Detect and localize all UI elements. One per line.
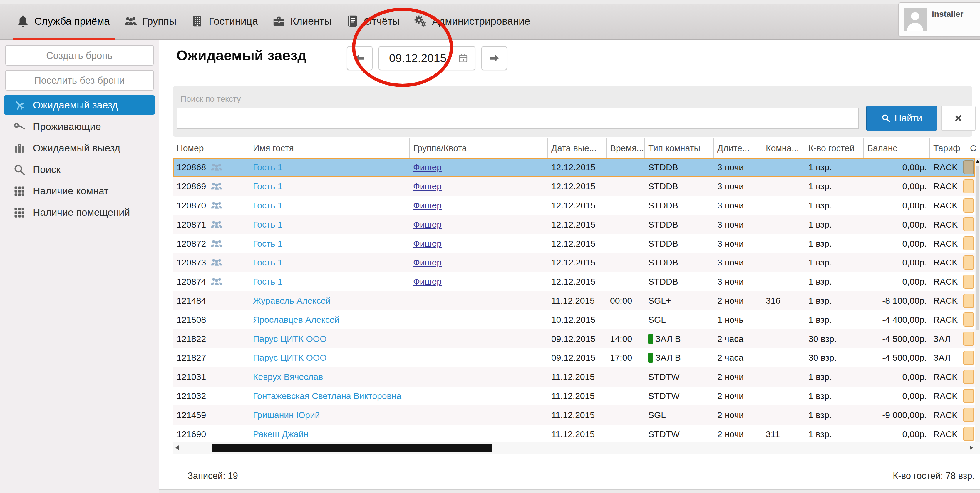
table-row[interactable]: 121827Парус ЦИТК ООО09.12.201517:00ЗАЛ В… — [173, 348, 975, 367]
guest-link[interactable]: Гость 1 — [253, 257, 282, 268]
sidebar-item-2[interactable]: Проживающие — [0, 116, 159, 137]
table-row[interactable]: 120868Гость 1Фишер12.12.2015STDDB3 ночи1… — [173, 158, 975, 177]
guest-link[interactable]: Ярославцев Алексей — [253, 315, 339, 325]
sidebar-item-4[interactable]: Поиск — [0, 159, 159, 180]
status-badge — [963, 313, 974, 327]
checkin-no-booking-button[interactable]: Поселить без брони — [5, 70, 154, 91]
guest-link[interactable]: Гонтажевская Светлана Викторовна — [253, 391, 401, 401]
prev-day-button[interactable] — [347, 46, 372, 70]
sidebar-item-1[interactable]: Ожидаемый заезд — [4, 95, 155, 115]
date-value: 09.12.2015 — [389, 52, 458, 65]
clear-search-button[interactable] — [941, 105, 975, 131]
sidebar-item-label: Ожидаемый выезд — [33, 142, 120, 154]
table-row[interactable]: 121459Гришанин Юрий11.12.2015SGL2 ночи1 … — [173, 405, 975, 424]
sidebar-item-6[interactable]: Наличие помещений — [0, 202, 159, 223]
guest-link[interactable]: Журавель Алексей — [253, 296, 331, 306]
guest-link[interactable]: Ракеш Джайн — [253, 429, 309, 439]
cell-number: 121508 — [173, 315, 250, 325]
table-row[interactable]: 121031Кеврух Вячеслав11.12.2015STDTW2 но… — [173, 367, 975, 386]
table-row[interactable]: 120872Гость 1Фишер12.12.2015STDDB3 ночи1… — [173, 234, 975, 253]
nav-item-6[interactable]: Администрирование — [414, 3, 530, 39]
column-header-num[interactable]: Номер — [173, 139, 250, 158]
table-row[interactable]: 121508Ярославцев Алексей10.12.2015SGL1 н… — [173, 310, 975, 329]
vertical-scroll-thumb[interactable] — [976, 166, 979, 330]
room-type-text: STDTW — [648, 372, 680, 382]
nav-item-2[interactable]: Группы — [124, 3, 177, 39]
cell-departure-date: 12.12.2015 — [548, 181, 606, 191]
date-field[interactable]: 09.12.2015 — [379, 46, 476, 70]
table-body: 120868Гость 1Фишер12.12.2015STDDB3 ночи1… — [173, 158, 975, 443]
guest-link[interactable]: Гость 1 — [253, 201, 282, 211]
booking-number: 121459 — [177, 410, 206, 420]
scroll-left-arrow-icon[interactable] — [175, 445, 179, 450]
scroll-right-arrow-icon[interactable] — [970, 445, 973, 450]
column-header-guest[interactable]: Имя гостя — [250, 139, 410, 158]
table-row[interactable]: 120874Гость 1Фишер12.12.2015STDDB3 ночи1… — [173, 272, 975, 291]
guest-link[interactable]: Парус ЦИТК ООО — [253, 353, 327, 363]
guest-link[interactable]: Гость 1 — [253, 277, 282, 287]
vertical-scrollbar[interactable] — [975, 158, 980, 443]
column-header-guests[interactable]: К-во гостей — [805, 139, 864, 158]
cell-rate: RACK — [930, 239, 966, 249]
table-row[interactable]: 120870Гость 1Фишер12.12.2015STDDB3 ночи1… — [173, 196, 975, 215]
user-name: installer — [932, 10, 963, 19]
quota-link[interactable]: Фишер — [413, 257, 442, 268]
nav-item-5[interactable]: Отчёты — [345, 3, 399, 39]
table-row[interactable]: 121690Ракеш Джайн11.12.2015STDTW2 ночи31… — [173, 424, 975, 443]
table-row[interactable]: 120873Гость 1Фишер12.12.2015STDDB3 ночи1… — [173, 253, 975, 272]
reports-icon — [345, 14, 359, 28]
next-day-button[interactable] — [481, 46, 507, 70]
guest-link[interactable]: Гришанин Юрий — [253, 410, 320, 420]
horizontal-scrollbar[interactable] — [173, 442, 980, 454]
group-people-icon — [210, 200, 223, 211]
horizontal-scroll-thumb[interactable] — [212, 444, 492, 452]
quota-link[interactable]: Фишер — [413, 220, 442, 230]
cell-room-type: STDDB — [645, 162, 714, 172]
guest-link[interactable]: Гость 1 — [253, 220, 282, 230]
user-card[interactable]: installer — [898, 2, 980, 37]
table-row[interactable]: 121484Журавель Алексей11.12.201500:00SGL… — [173, 291, 975, 310]
guest-link[interactable]: Гость 1 — [253, 239, 282, 249]
search-input[interactable] — [177, 108, 859, 129]
column-header-dur[interactable]: Длите... — [714, 139, 762, 158]
nav-item-3[interactable]: Гостиница — [191, 3, 258, 39]
table-row[interactable]: 120869Гость 1Фишер12.12.2015STDDB3 ночи1… — [173, 177, 975, 196]
cell-guest-name: Гость 1 — [250, 162, 410, 172]
column-header-room[interactable]: Комна... — [762, 139, 805, 158]
column-header-status[interactable]: С — [966, 139, 980, 158]
quota-link[interactable]: Фишер — [413, 162, 442, 172]
column-header-balance[interactable]: Баланс — [864, 139, 930, 158]
nav-item-4[interactable]: Клиенты — [272, 3, 331, 39]
table-row[interactable]: 121822Парус ЦИТК ООО09.12.201514:00ЗАЛ В… — [173, 329, 975, 348]
cell-room: 311 — [762, 429, 805, 439]
cell-duration: 3 ночи — [714, 201, 762, 211]
table-row[interactable]: 120871Гость 1Фишер12.12.2015STDDB3 ночи1… — [173, 215, 975, 234]
cell-rate: RACK — [930, 410, 966, 420]
quota-link[interactable]: Фишер — [413, 239, 442, 249]
guest-link[interactable]: Гость 1 — [253, 181, 282, 191]
guest-link[interactable]: Парус ЦИТК ООО — [253, 334, 327, 344]
cell-rate: RACK — [930, 296, 966, 306]
column-header-quota[interactable]: Группа/Квота — [410, 139, 548, 158]
cell-balance: 0,00р. — [864, 181, 930, 191]
column-header-time[interactable]: Время... — [606, 139, 645, 158]
table-row[interactable]: 121032Гонтажевская Светлана Викторовна11… — [173, 386, 975, 406]
quota-link[interactable]: Фишер — [413, 277, 442, 287]
nav-item-1[interactable]: Служба приёма — [16, 3, 110, 39]
arrow-left-icon — [354, 52, 366, 64]
sidebar-item-label: Поиск — [33, 164, 60, 175]
column-header-rate[interactable]: Тариф — [930, 139, 966, 158]
guest-link[interactable]: Кеврух Вячеслав — [253, 372, 323, 382]
quota-link[interactable]: Фишер — [413, 181, 442, 191]
create-booking-button[interactable]: Создать бронь — [5, 45, 154, 65]
cell-balance: -4 500,00р. — [864, 353, 930, 363]
sidebar-item-5[interactable]: Наличие комнат — [0, 180, 159, 202]
quota-link[interactable]: Фишер — [413, 201, 442, 211]
column-header-type[interactable]: Тип комнаты — [645, 139, 714, 158]
find-button[interactable]: Найти — [866, 105, 937, 131]
booking-number: 121032 — [177, 391, 206, 401]
scroll-up-arrow-icon[interactable] — [976, 160, 979, 163]
column-header-date[interactable]: Дата вые... — [548, 139, 606, 158]
sidebar-item-3[interactable]: Ожидаемый выезд — [0, 137, 159, 159]
guest-link[interactable]: Гость 1 — [253, 162, 282, 172]
